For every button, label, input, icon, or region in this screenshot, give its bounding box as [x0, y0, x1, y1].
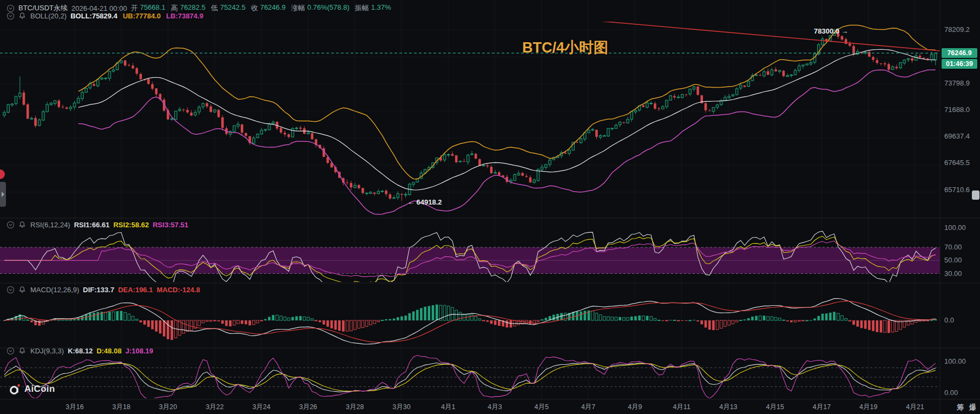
rsi-value: RSI1:66.61	[74, 221, 110, 229]
rsi-axis-label: 50.00	[944, 256, 962, 265]
boll-header-row: BOLL(20,2) BOLL:75829.4UB:77784.0LB:7387…	[6, 12, 203, 20]
kdj-value: K:68.12	[68, 347, 93, 355]
time-axis-label: 3月24	[242, 403, 280, 412]
rsi-value: RSI2:58.62	[113, 221, 149, 229]
time-axis-label: 4月19	[850, 403, 887, 412]
time-axis-label: 3月16	[56, 403, 94, 412]
price-axis-label: 69637.4	[944, 132, 970, 141]
macd-header-row: MACD(12,26,9)DIF:133.7DEA:196.1MACD:-124…	[6, 286, 200, 294]
liquidation-button[interactable]: 爆	[969, 403, 976, 412]
collapse-chevron-icon[interactable]	[6, 4, 15, 12]
aicoin-logo-icon	[9, 383, 22, 396]
collapse-chevron-icon[interactable]	[6, 286, 15, 294]
time-axis-label: 4月7	[569, 403, 607, 412]
boll-value: UB:77784.0	[123, 12, 161, 20]
aicoin-logo: AiCoin	[9, 383, 55, 396]
price-axis-label: 67645.5	[944, 159, 970, 167]
time-axis-label: 4月17	[803, 403, 840, 412]
ohlc-field: 振幅1.37%	[355, 3, 391, 13]
macd-value: MACD:-124.8	[156, 286, 200, 294]
axis-scroll-handle[interactable]	[972, 190, 979, 200]
price-axis-label: 65710.6	[944, 186, 970, 194]
ohlc-field: 低75242.5	[211, 3, 246, 13]
candle-countdown-badge: 01:46:39	[942, 59, 977, 69]
alert-bell-icon[interactable]	[18, 221, 27, 229]
ohlc-value: 75242.5	[220, 3, 246, 13]
rsi-axis-label: 70.00	[944, 243, 962, 252]
rsi-value: RSI3:57.51	[153, 221, 188, 229]
alert-bell-icon[interactable]	[18, 286, 27, 294]
chart-stage: BTC/USDT永续 2026-04-21 00:00 开75668.1高762…	[0, 0, 980, 414]
swing-high-annotation: 78300.0 →	[814, 27, 849, 35]
candle-datetime: 2026-04-21 00:00	[71, 4, 127, 12]
alert-bell-icon[interactable]	[18, 347, 27, 355]
kdj-value: J:108.19	[126, 347, 153, 355]
kdj-axis-label: 0.00	[944, 389, 958, 397]
time-axis-label: 4月9	[616, 403, 654, 412]
boll-value: BOLL:75829.4	[70, 12, 117, 20]
boll-readout: BOLL:75829.4UB:77784.0LB:73874.9	[70, 12, 203, 20]
time-axis-label: 3月18	[102, 403, 140, 412]
last-price-badge: 76246.9	[942, 48, 977, 58]
time-axis-label: 4月21	[896, 403, 934, 412]
rsi-axis-label: 30.00	[944, 270, 962, 278]
ohlc-label: 收	[251, 3, 258, 13]
kdj-name: KDJ(9,3,3)	[30, 347, 64, 355]
time-axis-label: 4月1	[429, 403, 467, 412]
alert-bell-icon[interactable]	[18, 12, 27, 20]
time-axis-label: 3月22	[196, 403, 234, 412]
collapse-chevron-icon[interactable]	[6, 12, 15, 20]
ohlc-label: 涨幅	[291, 3, 305, 13]
boll-name: BOLL(20,2)	[30, 12, 67, 20]
ohlc-field: 涨幅0.76%(578.8)	[291, 3, 350, 13]
chart-watermark: BTC/4小时图	[522, 38, 608, 57]
time-axis-label: 4月13	[709, 403, 747, 412]
kdj-header-row: KDJ(9,3,3)K:68.12D:48.08J:108.19	[6, 347, 153, 355]
rsi-axis-label: 100.00	[944, 224, 966, 232]
kdj-axis-label: 100.00	[944, 357, 966, 366]
macd-name: MACD(12,26,9)	[30, 286, 79, 294]
time-axis-label: 4月11	[663, 403, 701, 412]
time-axis-label: 3月28	[336, 403, 374, 412]
ohlc-value: 76246.9	[260, 3, 286, 13]
price-axis-label: 71688.0	[944, 106, 970, 114]
time-axis-label: 3月30	[383, 403, 420, 412]
ohlc-label: 振幅	[355, 3, 369, 13]
collapse-chevron-icon[interactable]	[6, 347, 15, 355]
rsi-name: RSI(6,12,24)	[30, 221, 70, 229]
price-axis-label: 78209.2	[944, 25, 970, 34]
ohlc-value: 1.37%	[371, 3, 391, 13]
boll-value: LB:73874.9	[166, 12, 203, 20]
collapse-chevron-icon[interactable]	[6, 221, 15, 229]
ohlc-label: 低	[211, 3, 218, 13]
time-axis-label: 4月15	[756, 403, 794, 412]
ohlc-field: 收76246.9	[251, 3, 286, 13]
chip-distribution-button[interactable]: 筹	[957, 403, 964, 412]
ohlc-value: 0.76%(578.8)	[307, 3, 350, 13]
swing-low-annotation: ← 64918.2	[407, 198, 442, 206]
aicoin-logo-text: AiCoin	[24, 384, 55, 395]
time-axis-label: 3月26	[289, 403, 327, 412]
macd-value: DIF:133.7	[83, 286, 114, 294]
sidebar-expand-handle[interactable]	[0, 182, 6, 207]
time-axis-label: 4月5	[523, 403, 561, 412]
rsi-header-row: RSI(6,12,24)RSI1:66.61RSI2:58.62RSI3:57.…	[6, 221, 188, 229]
time-axis-label: 3月20	[149, 403, 187, 412]
macd-axis-label: 0.0	[944, 316, 954, 325]
kdj-value: D:48.08	[96, 347, 121, 355]
macd-value: DEA:196.1	[118, 286, 153, 294]
price-axis-label: 73798.9	[944, 79, 970, 88]
time-axis-label: 4月3	[476, 403, 514, 412]
